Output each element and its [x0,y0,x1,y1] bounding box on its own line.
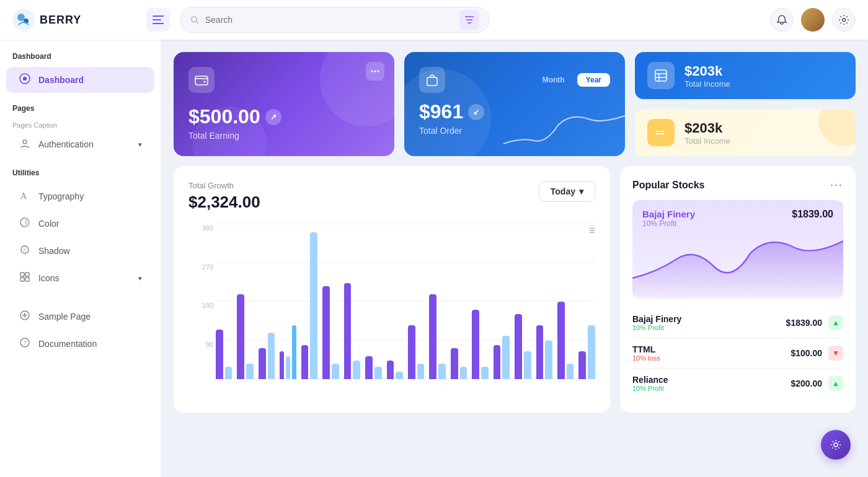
today-filter-button[interactable]: Today ▾ [539,181,595,202]
bar-purple-1 [237,294,244,380]
stock-reliance-info: Reliance 10% Profit [632,375,668,392]
month-toggle-button[interactable]: Month [534,73,574,87]
logo-text: BERRY [40,14,81,27]
growth-info: Total Growth $2,324.00 [188,181,260,212]
sidebar-item-icons[interactable]: Icons ▾ [6,265,154,291]
dashboard-icon [19,73,31,87]
color-icon [19,217,31,230]
menu-button[interactable] [146,8,170,32]
sidebar-item-authentication[interactable]: Authentication ▾ [6,131,154,157]
bar-light-17 [588,325,595,380]
income-icon-1 [647,62,675,89]
bar-mid-3 [292,325,296,380]
sidebar-item-color[interactable]: Color [6,211,154,237]
svg-text:A: A [20,191,27,201]
svg-point-18 [23,248,27,252]
stocks-header: Popular Stocks ··· [632,178,843,191]
income-text-2: $203k Total Income [684,120,730,146]
authentication-chevron-icon: ▾ [138,141,142,149]
month-year-toggle: Month Year [534,73,610,87]
income-icon-2 [647,119,675,146]
svg-rect-41 [662,131,664,132]
svg-point-14 [23,140,27,144]
order-card-header: Month Year [419,67,610,93]
income-amount-1: $203k [684,63,730,79]
svg-text:?: ? [24,339,27,346]
svg-rect-33 [427,77,437,85]
sidebar-item-typography[interactable]: A Typography [6,183,154,209]
bar-light-4 [310,232,317,380]
stock-ttml-right: $100.00 ▼ [790,346,843,361]
featured-stock-profit: 10% Profit [642,219,695,228]
bar-group-1 [237,224,253,379]
stock-ttml-profit: 10% loss [632,354,660,362]
bar-purple-6 [344,283,352,379]
header-right [770,8,856,32]
stock-ttml-name: TTML [632,344,660,354]
bar-group-12 [472,224,488,379]
table-icon [654,69,668,82]
featured-stock-info: Bajaj Finery 10% Profit [642,209,695,228]
year-toggle-button[interactable]: Year [577,73,610,87]
search-icon [190,15,199,25]
bar-light-7 [374,367,382,379]
stocks-title: Popular Stocks [632,180,704,191]
stock-bajaj-info: Bajaj Finery 10% Profit [632,314,681,331]
svg-rect-40 [659,131,661,132]
earning-label: Total Earning [188,131,379,141]
stocks-more-icon[interactable]: ··· [830,178,843,191]
bar-light-15 [545,341,552,380]
search-filter-button[interactable] [459,10,479,30]
svg-point-32 [204,81,206,83]
bar-light-6 [353,361,360,379]
search-input[interactable] [205,15,453,25]
bar-group-2 [259,224,275,379]
stock-reliance-price: $200.00 [790,379,822,388]
sidebar-item-documentation[interactable]: ? Documentation [6,331,154,357]
bar-group-14 [515,224,531,379]
stock-reliance-name: Reliance [632,375,668,385]
sidebar-item-sample-page[interactable]: Sample Page [6,304,154,330]
bar-purple-14 [515,314,522,379]
logo: BERRY [12,9,136,31]
bar-light-2 [268,333,275,379]
settings-button[interactable] [832,8,856,32]
sidebar-section-utilities: Utilities [0,168,161,182]
bar-light-13 [502,336,510,379]
chart-area: ≡ 360 270 180 90 [188,224,595,398]
sidebar-item-dashboard[interactable]: Dashboard [6,67,154,93]
bar-group-6 [344,224,360,379]
stock-bajaj-name: Bajaj Finery [632,314,681,324]
bar-purple-12 [472,310,479,380]
stock-row-ttml: TTML 10% loss $100.00 ▼ [632,338,843,369]
growth-title: Total Growth [188,181,260,190]
sidebar-item-shadow[interactable]: Shadow [6,238,154,264]
bar-purple-16 [557,302,565,379]
bar-group-0 [216,224,232,379]
growth-amount: $2,324.00 [188,193,260,212]
avatar[interactable] [801,8,825,32]
bar-purple-10 [429,294,436,380]
stock-bajaj-price: $1839.00 [786,318,822,328]
bar-light-16 [567,364,574,379]
fab-settings-button[interactable] [821,430,851,460]
growth-header: Total Growth $2,324.00 Today ▾ [188,181,595,212]
svg-point-29 [374,71,376,72]
bar-group-7 [365,224,381,379]
earning-card-menu-button[interactable] [366,62,384,81]
keyboard-icon [654,126,668,139]
income-label-2: Total Income [684,136,730,146]
bar-group-9 [408,224,424,379]
dots-icon [371,70,379,72]
right-cards: $203k Total Income [635,52,856,156]
sample-page-icon [19,310,31,323]
total-earning-card: $500.00 ↗ Total Earning [174,52,394,156]
authentication-icon [19,138,31,151]
header: BERRY [0,0,868,40]
top-cards: $500.00 ↗ Total Earning Month [174,52,856,156]
bar-purple-9 [408,325,415,380]
svg-rect-31 [195,76,208,85]
gear-icon [838,14,849,25]
notification-button[interactable] [770,8,794,32]
svg-point-13 [23,77,27,81]
